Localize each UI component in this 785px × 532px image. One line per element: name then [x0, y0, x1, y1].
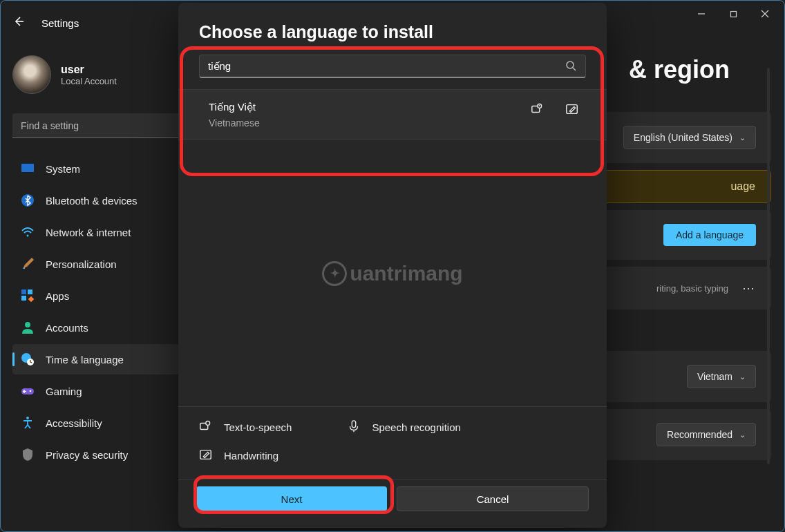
svg-point-17 — [30, 390, 32, 392]
choose-language-dialog: Choose a language to install Tiếng Việt … — [178, 3, 607, 528]
language-result-item[interactable]: Tiếng Việt Vietnamese — [178, 90, 607, 140]
svg-rect-26 — [352, 421, 356, 428]
username-label: user — [61, 64, 117, 76]
svg-point-18 — [26, 417, 29, 419]
apps-icon — [21, 289, 35, 303]
nav-label: Apps — [46, 290, 69, 302]
window-maximize-button[interactable] — [717, 3, 749, 25]
feature-label: Text-to-speech — [224, 421, 292, 433]
text-to-speech-icon — [531, 102, 545, 119]
feature-label: Handwriting — [224, 450, 278, 462]
svg-point-25 — [206, 421, 210, 426]
shield-icon — [21, 448, 35, 462]
add-language-button[interactable]: Add a language — [663, 224, 756, 246]
handwriting-icon — [565, 102, 579, 119]
display-language-dropdown[interactable]: English (United States) ⌄ — [623, 126, 756, 149]
next-button[interactable]: Next — [196, 486, 387, 511]
feature-handwriting: Handwriting — [199, 448, 278, 464]
nav-label: Gaming — [46, 386, 82, 397]
svg-point-13 — [25, 322, 30, 327]
svg-rect-1 — [730, 11, 736, 17]
nav-label: Network & internet — [46, 227, 131, 238]
back-button[interactable] — [12, 15, 25, 31]
app-title: Settings — [41, 17, 79, 29]
accessibility-icon — [21, 416, 35, 430]
country-dropdown[interactable]: Vietnam ⌄ — [687, 365, 756, 388]
notice-text: uage — [730, 180, 755, 193]
dropdown-value: Recommended — [667, 429, 732, 440]
svg-rect-12 — [28, 296, 34, 302]
scrollbar[interactable] — [767, 68, 770, 464]
account-type-label: Local Account — [61, 76, 117, 86]
nav-label: Accessibility — [46, 417, 102, 429]
window-close-button[interactable] — [749, 3, 781, 25]
feature-speech: Speech recognition — [347, 419, 460, 435]
avatar — [12, 55, 51, 94]
nav-label: Time & language — [46, 354, 124, 365]
dialog-title: Choose a language to install — [178, 3, 607, 55]
nav-label: Bluetooth & devices — [46, 195, 138, 207]
nav-label: Privacy & security — [46, 449, 128, 461]
chevron-down-icon: ⌄ — [739, 372, 746, 381]
svg-rect-10 — [28, 289, 32, 294]
svg-line-20 — [573, 68, 576, 70]
search-icon — [565, 60, 576, 74]
brush-icon — [21, 257, 35, 271]
more-icon[interactable]: ⋯ — [742, 281, 756, 296]
watermark-text: uantrimang — [350, 262, 462, 285]
chevron-down-icon: ⌄ — [739, 133, 746, 142]
cancel-button[interactable]: Cancel — [397, 486, 589, 511]
language-search-input[interactable] — [199, 55, 586, 78]
svg-point-8 — [27, 235, 29, 237]
window-minimize-button[interactable] — [685, 3, 717, 25]
person-icon — [21, 321, 35, 334]
svg-point-19 — [567, 61, 574, 68]
feature-label: Speech recognition — [372, 421, 460, 433]
language-native-name: Tiếng Việt — [209, 101, 586, 113]
watermark: ✦ uantrimang — [322, 261, 462, 286]
dropdown-value: English (United States) — [634, 132, 732, 143]
regional-format-dropdown[interactable]: Recommended ⌄ — [656, 423, 756, 446]
bluetooth-icon — [21, 193, 35, 207]
wifi-icon — [21, 225, 35, 239]
nav-label: Personalization — [46, 258, 117, 270]
svg-rect-5 — [21, 164, 34, 172]
monitor-icon — [21, 162, 35, 175]
feature-tts: Text-to-speech — [199, 419, 292, 435]
gamepad-icon — [21, 384, 35, 398]
globe-clock-icon — [21, 352, 35, 366]
microphone-icon — [347, 419, 361, 435]
language-english-name: Vietnamese — [209, 117, 586, 129]
watermark-logo-icon: ✦ — [322, 261, 347, 286]
nav-label: Accounts — [46, 322, 88, 334]
svg-rect-11 — [21, 296, 26, 301]
language-features-text: riting, basic typing — [656, 283, 728, 294]
dropdown-value: Vietnam — [697, 371, 732, 382]
nav-label: System — [46, 163, 80, 175]
handwriting-icon — [199, 448, 213, 464]
text-to-speech-icon — [199, 419, 213, 435]
svg-rect-9 — [21, 289, 26, 294]
chevron-down-icon: ⌄ — [739, 430, 746, 439]
